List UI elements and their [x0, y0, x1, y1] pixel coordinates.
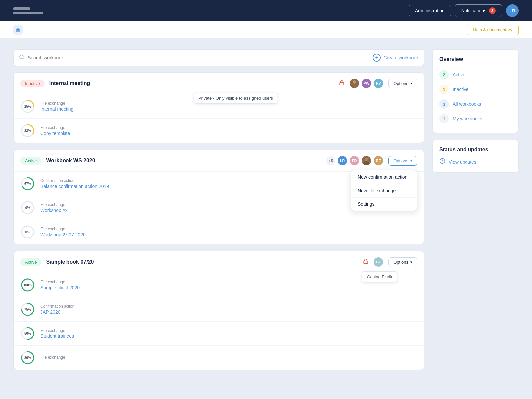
- item-type-3-2: Confirmation action: [40, 304, 417, 309]
- user-tooltip-3: Gesine Flurik: [362, 271, 397, 282]
- overview-item-active[interactable]: 2 Active: [439, 67, 512, 82]
- logo: [13, 7, 43, 14]
- item-info-2-1: Confirmation action Balance confirmation…: [40, 178, 397, 189]
- view-updates-label: View updates: [449, 159, 476, 165]
- home-button[interactable]: [13, 25, 23, 35]
- options-button-3[interactable]: Options ▾: [388, 257, 417, 267]
- item-type-1-2: File exchange: [40, 125, 417, 130]
- progress-text-1-1: 25%: [24, 105, 31, 108]
- search-bar: + Create workbook: [13, 49, 424, 66]
- overview-num-my: 1: [439, 114, 449, 123]
- create-workbook-button[interactable]: + Create workbook: [373, 54, 419, 62]
- item-info-3-3: File exchange Student trainees: [40, 328, 417, 339]
- progress-text-3-2: 75%: [24, 308, 31, 311]
- options-button-1[interactable]: Options ▾: [388, 79, 417, 88]
- search-left: [19, 54, 373, 61]
- progress-circle-3-4: 80%: [20, 350, 35, 365]
- progress-text-1-2: 33%: [24, 129, 31, 133]
- item-name-3-1[interactable]: Sample client 2020: [40, 285, 417, 290]
- dropdown-item-new-confirmation[interactable]: New confirmation action: [351, 170, 417, 184]
- avatar-gf: GF: [373, 257, 384, 267]
- create-workbook-label: Create workbook: [383, 55, 419, 60]
- item-type-2-3: File exchange: [40, 227, 417, 231]
- view-updates-button[interactable]: View updates: [439, 158, 476, 166]
- workbook-header-1: Inactive Internal meeting: [14, 73, 424, 94]
- item-info-3-2: Confirmation action JAP 2020: [40, 304, 417, 315]
- avatar-photo-2: [361, 155, 372, 166]
- item-name-2-3[interactable]: Workshop 27.07.2020: [40, 232, 417, 237]
- progress-circle-2-1: 67%: [20, 176, 35, 191]
- create-plus-icon: +: [373, 54, 381, 62]
- item-info-3-4: File exchange: [40, 355, 417, 360]
- main-content: + Create workbook Inactive Internal meet…: [0, 39, 532, 387]
- progress-text-3-1: 100%: [23, 283, 32, 287]
- svg-point-0: [20, 55, 23, 59]
- overview-card: Overview 2 Active 1 Inactive 3 All workb…: [432, 49, 519, 133]
- overview-item-my[interactable]: 1 My workbooks: [439, 111, 512, 126]
- overview-num-inactive: 1: [439, 85, 449, 94]
- item-name-3-3[interactable]: Student trainees: [40, 333, 417, 339]
- logo-bar2: [13, 12, 43, 14]
- search-input[interactable]: [28, 55, 373, 60]
- workbook-item-3-4: 80% File exchange: [14, 345, 424, 370]
- overview-item-inactive[interactable]: 1 Inactive: [439, 82, 512, 97]
- right-column: Overview 2 Active 1 Inactive 3 All workb…: [432, 49, 519, 377]
- progress-text-2-1: 67%: [24, 182, 31, 186]
- progress-circle-2-3: 0%: [20, 225, 35, 239]
- svg-point-8: [365, 158, 368, 161]
- item-info-1-2: File exchange Copy template: [40, 125, 417, 136]
- status-badge-2: Active: [20, 157, 41, 165]
- lock-icon-3: [363, 259, 368, 265]
- progress-circle-3-2: 75%: [20, 302, 35, 317]
- left-column: + Create workbook Inactive Internal meet…: [13, 49, 424, 377]
- item-name-1-2[interactable]: Copy template: [40, 131, 417, 136]
- lock-icon-1: [339, 80, 344, 87]
- avatar-photo-1: [349, 78, 360, 89]
- help-button[interactable]: Help & documentary: [467, 25, 519, 35]
- overview-title: Overview: [439, 56, 512, 62]
- overview-item-all[interactable]: 3 All workbooks: [439, 97, 512, 111]
- top-nav: Administration Notifications 3 LR: [0, 0, 532, 21]
- avatar-rv: RV: [373, 78, 384, 89]
- user-avatars-1: PW RV: [349, 78, 384, 89]
- progress-text-3-4: 80%: [24, 356, 31, 360]
- workbook-header-2: Active Workbook WS 2020 +5 LR FD RE O: [14, 150, 424, 171]
- dropdown-item-new-file-exchange[interactable]: New file exchange: [351, 184, 417, 198]
- dropdown-item-settings[interactable]: Settings: [351, 198, 417, 211]
- svg-point-2: [353, 80, 356, 84]
- user-avatar-button[interactable]: LR: [506, 4, 519, 17]
- item-name-1-1[interactable]: Internal meeting: [40, 106, 417, 112]
- status-card: Status and updates View updates: [432, 140, 519, 173]
- item-info-2-3: File exchange Workshop 27.07.2020: [40, 227, 417, 237]
- workbook-item-1-2: 33% File exchange Copy template: [14, 118, 424, 143]
- item-type-3-4: File exchange: [40, 355, 417, 360]
- notifications-button[interactable]: Notifications 3: [455, 4, 502, 17]
- svg-point-9: [363, 161, 369, 165]
- workbook-card-1: Inactive Internal meeting: [13, 72, 424, 143]
- sec-nav: Help & documentary: [0, 21, 532, 39]
- overview-label-inactive: Inactive: [453, 87, 468, 92]
- workbook-title-1: Internal meeting: [49, 80, 334, 86]
- item-type-3-1: File exchange: [40, 280, 417, 284]
- admin-button[interactable]: Administration: [409, 5, 451, 16]
- avatar-lr: LR: [337, 155, 348, 166]
- overview-label-all: All workbooks: [453, 101, 481, 107]
- overview-num-all: 3: [439, 99, 449, 109]
- options-button-2[interactable]: Options ▾: [388, 156, 417, 166]
- progress-circle-1-2: 33%: [20, 123, 35, 138]
- item-name-2-1[interactable]: Balance confirmation action 2019: [40, 184, 397, 189]
- item-name-3-2[interactable]: JAP 2020: [40, 309, 417, 315]
- progress-text-2-2: 0%: [25, 206, 30, 210]
- workbook-title-3: Sample book 07/20: [46, 259, 358, 265]
- notifications-badge: 3: [489, 7, 496, 14]
- dropdown-menu-2: New confirmation action New file exchang…: [351, 170, 417, 211]
- private-tooltip-1: Private - Only visible to assigned users: [194, 93, 278, 104]
- avatar-re: RE: [373, 155, 384, 166]
- item-info-3-1: File exchange Sample client 2020: [40, 280, 417, 290]
- workbook-header-3: Active Sample book 07/20 GF Gesine Fluri…: [14, 251, 424, 273]
- status-badge-1: Inactive: [20, 80, 45, 87]
- workbook-item-2-3: 0% File exchange Workshop 27.07.2020: [14, 220, 424, 244]
- progress-circle-2-2: 0%: [20, 200, 35, 215]
- overview-label-active: Active: [453, 72, 465, 77]
- clock-icon: [439, 158, 445, 166]
